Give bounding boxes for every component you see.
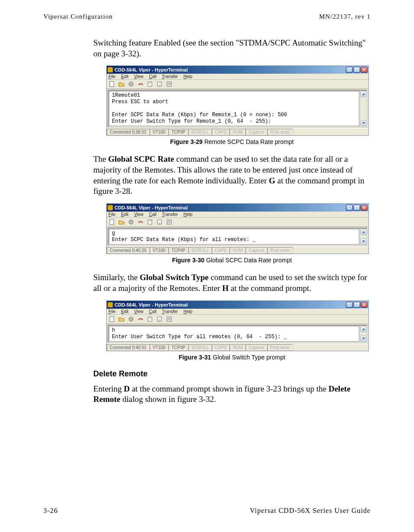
status-bar: Connected 0:36:52 VT100 TCP/IP SCROLL CA… — [107, 128, 368, 135]
status-num: NUM — [230, 247, 246, 254]
scroll-down-icon[interactable] — [361, 336, 366, 342]
status-emulation: VT100 — [150, 344, 168, 351]
menu-transfer[interactable]: Transfer — [162, 309, 178, 314]
receive-icon[interactable] — [156, 219, 163, 225]
status-protocol: TCP/IP — [168, 129, 188, 135]
minimize-button[interactable] — [346, 205, 353, 211]
maximize-button[interactable] — [353, 302, 360, 308]
scrollbar[interactable] — [360, 91, 367, 127]
new-icon[interactable] — [108, 219, 115, 225]
figure-caption-31: Figure 3-31 Global Switch Type prompt — [93, 354, 371, 361]
status-bar: Connected 0:45:25 VT100 TCP/IP SCROLL CA… — [107, 247, 368, 254]
window-title: CDD-564L Viper - HyperTerminal — [115, 67, 188, 72]
send-icon[interactable] — [147, 219, 154, 225]
menu-help[interactable]: Help — [184, 212, 193, 217]
menu-call[interactable]: Call — [149, 74, 156, 79]
menu-bar[interactable]: File Edit View Call Transfer Help — [107, 74, 368, 80]
terminal-output[interactable]: h Enter User Switch Type for all remotes… — [109, 326, 359, 342]
svg-rect-0 — [348, 71, 351, 72]
page-footer: 3-26 Vipersat CDD-56X Series User Guide — [43, 507, 371, 515]
maximize-button[interactable] — [353, 67, 360, 73]
titlebar[interactable]: CDD-564L Viper - HyperTerminal — [107, 66, 368, 74]
paragraph-after-30: Similarly, the Global Switch Type comman… — [93, 272, 371, 294]
menu-help[interactable]: Help — [184, 309, 193, 314]
status-printecho: Print echo — [267, 247, 293, 254]
status-printecho: Print echo — [267, 344, 293, 351]
minimize-button[interactable] — [346, 302, 353, 308]
menu-file[interactable]: File — [108, 309, 115, 314]
phone-icon[interactable] — [128, 81, 135, 88]
minimize-button[interactable] — [346, 67, 353, 73]
menu-file[interactable]: File — [108, 74, 115, 79]
close-button[interactable] — [361, 67, 368, 73]
properties-icon[interactable] — [166, 219, 173, 225]
close-button[interactable] — [361, 302, 368, 308]
menu-edit[interactable]: Edit — [121, 212, 128, 217]
hangup-icon[interactable] — [137, 219, 144, 225]
status-caps: CAPS — [212, 247, 230, 254]
close-button[interactable] — [361, 205, 368, 211]
scrollbar[interactable] — [360, 326, 367, 342]
scroll-up-icon[interactable] — [361, 229, 366, 235]
scroll-down-icon[interactable] — [361, 120, 366, 126]
receive-icon[interactable] — [156, 81, 163, 88]
svg-rect-23 — [355, 303, 358, 306]
hyperterminal-window-29: CDD-564L Viper - HyperTerminal File Edit… — [106, 65, 369, 136]
app-icon — [108, 205, 113, 210]
hangup-icon[interactable] — [137, 316, 144, 323]
scroll-up-icon[interactable] — [361, 326, 366, 332]
menu-bar[interactable]: File Edit View Call Transfer Help — [107, 309, 368, 315]
open-icon[interactable] — [118, 316, 125, 323]
terminal-output[interactable]: 1Remote01 Press ESC to abort Enter SCPC … — [109, 91, 359, 126]
phone-icon[interactable] — [128, 219, 135, 225]
menu-call[interactable]: Call — [149, 212, 156, 217]
app-icon — [108, 302, 113, 307]
new-icon[interactable] — [108, 316, 115, 323]
svg-rect-15 — [110, 219, 114, 225]
scrollbar[interactable] — [360, 228, 367, 245]
menu-file[interactable]: File — [108, 212, 115, 217]
svg-point-16 — [129, 220, 133, 224]
menu-edit[interactable]: Edit — [121, 309, 128, 314]
menu-view[interactable]: View — [134, 74, 144, 79]
maximize-button[interactable] — [353, 205, 360, 211]
send-icon[interactable] — [147, 316, 154, 323]
status-bar: Connected 0:40:51 VT100 TCP/IP SCROLL CA… — [107, 344, 368, 351]
svg-rect-12 — [355, 206, 358, 209]
toolbar — [107, 218, 368, 227]
titlebar[interactable]: CDD-564L Viper - HyperTerminal — [107, 204, 368, 212]
phone-icon[interactable] — [128, 316, 135, 323]
receive-icon[interactable] — [156, 316, 163, 323]
status-connected: Connected 0:45:25 — [107, 247, 150, 254]
send-icon[interactable] — [147, 81, 154, 88]
hangup-icon[interactable] — [137, 81, 144, 88]
open-icon[interactable] — [118, 81, 125, 88]
menu-view[interactable]: View — [134, 212, 144, 217]
svg-rect-11 — [348, 209, 351, 209]
scroll-up-icon[interactable] — [361, 91, 366, 97]
titlebar[interactable]: CDD-564L Viper - HyperTerminal — [107, 301, 368, 309]
status-caps: CAPS — [212, 129, 230, 135]
svg-rect-4 — [110, 82, 114, 87]
properties-icon[interactable] — [166, 316, 173, 323]
svg-point-27 — [129, 317, 133, 321]
status-protocol: TCP/IP — [168, 247, 188, 254]
scroll-down-icon[interactable] — [361, 238, 366, 245]
open-icon[interactable] — [118, 219, 125, 225]
menu-view[interactable]: View — [134, 309, 144, 314]
menu-help[interactable]: Help — [184, 74, 193, 79]
svg-rect-30 — [167, 317, 171, 321]
menu-transfer[interactable]: Transfer — [162, 74, 178, 79]
app-icon — [108, 67, 113, 72]
new-icon[interactable] — [108, 81, 115, 88]
menu-call[interactable]: Call — [149, 309, 156, 314]
status-connected: Connected 0:40:51 — [107, 344, 150, 351]
properties-icon[interactable] — [166, 81, 173, 88]
menu-transfer[interactable]: Transfer — [162, 212, 178, 217]
status-capture: Capture — [246, 247, 267, 254]
menu-bar[interactable]: File Edit View Call Transfer Help — [107, 212, 368, 218]
menu-edit[interactable]: Edit — [121, 74, 128, 79]
svg-rect-22 — [348, 305, 351, 306]
terminal-output[interactable]: g Enter SCPC Data Rate (Kbps) for all re… — [109, 229, 359, 245]
window-title: CDD-564L Viper - HyperTerminal — [115, 205, 188, 210]
